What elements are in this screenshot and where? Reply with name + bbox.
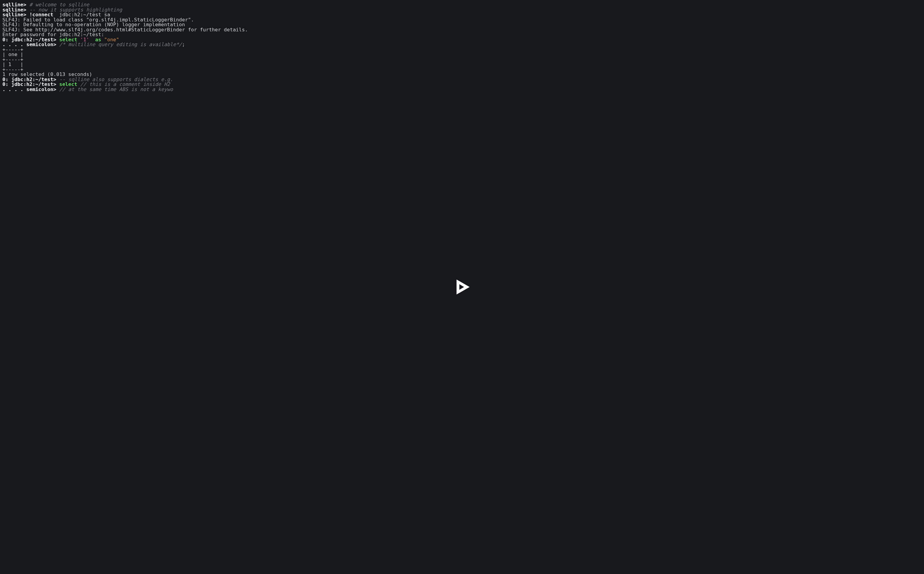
- terminal-line: . . . . semicolon> // at the same time A…: [2, 87, 922, 92]
- terminal-line: Enter password for jdbc:h2:~/test:: [2, 32, 922, 37]
- terminal-line: | 1 |: [2, 62, 922, 67]
- terminal-segment: . . . . semicolon>: [2, 87, 59, 92]
- terminal-line: +-----+: [2, 57, 922, 62]
- terminal-line: sqlline> # welcome to sqlline: [2, 2, 922, 8]
- terminal-output[interactable]: sqlline> # welcome to sqllinesqlline> --…: [0, 0, 924, 95]
- terminal-line: | one |: [2, 52, 922, 57]
- terminal-segment: ;: [182, 42, 185, 47]
- play-button[interactable]: [453, 278, 471, 296]
- terminal-segment: // at the same time ABS is not a keywo: [59, 87, 173, 92]
- play-icon: [453, 278, 471, 296]
- terminal-line: SLF4J: See http://www.slf4j.org/codes.ht…: [2, 27, 922, 33]
- terminal-line: . . . . semicolon> /* multiline query ed…: [2, 42, 922, 47]
- terminal-line: +-----+: [2, 67, 922, 73]
- terminal-line: +-----+: [2, 47, 922, 52]
- terminal-segment: /* multiline query editing is available*…: [59, 42, 182, 47]
- terminal-line: sqlline> -- now it supports highlighting: [2, 8, 922, 13]
